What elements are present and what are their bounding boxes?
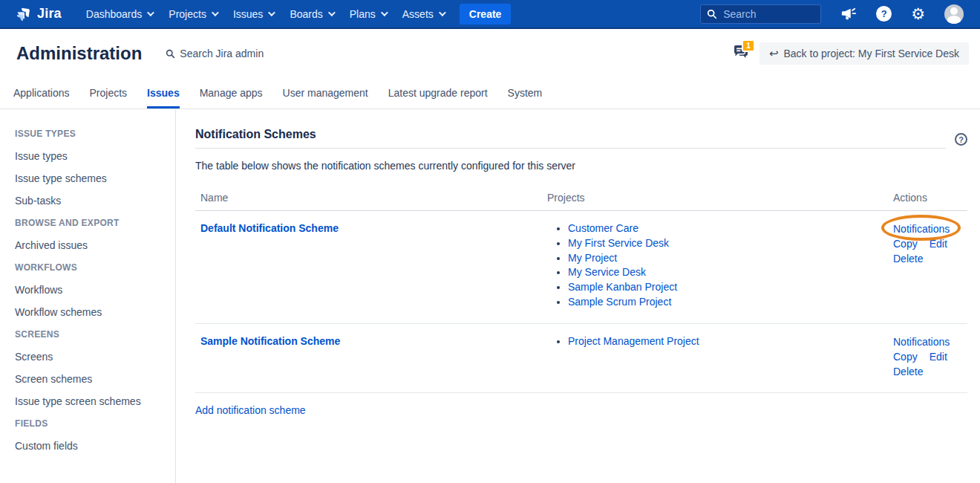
- list-item: Customer Care: [568, 221, 893, 236]
- admin-search-input[interactable]: [180, 48, 321, 59]
- chevron-down-icon: [439, 9, 446, 16]
- sidebar-section-header: ISSUE TYPES: [15, 129, 168, 139]
- project-link[interactable]: Customer Care: [568, 222, 638, 234]
- scheme-name-link[interactable]: Default Notification Scheme: [200, 222, 339, 234]
- menu-assets[interactable]: Assets: [394, 4, 452, 25]
- panel-title-block: Notification Schemes: [195, 128, 946, 149]
- search-icon: [166, 49, 175, 59]
- tab-user-management[interactable]: User management: [283, 87, 368, 108]
- sidebar-section-workflows: WORKFLOWS Workflows Workflow schemes: [15, 262, 168, 318]
- notifications-action-link[interactable]: Notifications: [893, 223, 950, 235]
- delete-action-link[interactable]: Delete: [893, 253, 923, 265]
- list-item: Sample Kanban Project: [568, 280, 893, 295]
- feedback-button[interactable]: 1: [731, 42, 754, 65]
- tab-latest-upgrade-report[interactable]: Latest upgrade report: [388, 87, 488, 108]
- copy-action-link[interactable]: Copy: [893, 238, 918, 250]
- highlighted-action: Notifications: [893, 221, 950, 236]
- chevron-down-icon: [212, 9, 219, 16]
- project-link[interactable]: Project Management Project: [568, 335, 699, 347]
- projects-list: Project Management Project: [547, 334, 893, 379]
- sidebar-section-header: FIELDS: [15, 418, 168, 429]
- admin-header-right: 1 ↩ Back to project: My First Service De…: [731, 42, 969, 65]
- tab-system[interactable]: System: [508, 87, 543, 108]
- column-header-projects: Projects: [547, 192, 893, 204]
- main-menu: Dashboards Projects Issues Boards Plans …: [78, 4, 452, 25]
- admin-header: Administration 1 ↩ Back to project: My F…: [0, 29, 980, 78]
- announcements-button[interactable]: [840, 6, 857, 22]
- sidebar-item-workflow-schemes[interactable]: Workflow schemes: [15, 307, 168, 318]
- sidebar-item-sub-tasks[interactable]: Sub-tasks: [15, 195, 168, 207]
- tab-applications[interactable]: Applications: [13, 87, 70, 108]
- list-item: My First Service Desk: [568, 236, 893, 251]
- chevron-down-icon: [147, 9, 154, 16]
- chevron-down-icon: [328, 9, 336, 16]
- notification-schemes-panel: Notification Schemes ? The table below s…: [176, 109, 980, 483]
- sidebar-item-screen-schemes[interactable]: Screen schemes: [15, 374, 168, 385]
- project-link[interactable]: My Project: [568, 252, 617, 264]
- delete-action-link[interactable]: Delete: [893, 366, 923, 377]
- create-button[interactable]: Create: [460, 4, 512, 25]
- sidebar-item-issue-type-screen-schemes[interactable]: Issue type screen schemes: [15, 396, 168, 407]
- sidebar-section-header: BROWSE AND EXPORT: [15, 218, 168, 228]
- user-avatar[interactable]: [944, 4, 964, 24]
- project-link[interactable]: Sample Scrum Project: [568, 296, 671, 308]
- logo-text: Jira: [37, 6, 62, 22]
- nav-icon-bar: ? ⚙: [840, 4, 964, 24]
- issues-sidebar: ISSUE TYPES Issue types Issue type schem…: [0, 109, 176, 483]
- sidebar-item-issue-type-schemes[interactable]: Issue type schemes: [15, 173, 168, 184]
- tab-manage-apps[interactable]: Manage apps: [200, 87, 263, 108]
- content-area: ISSUE TYPES Issue types Issue type schem…: [0, 109, 980, 483]
- project-link[interactable]: My Service Desk: [568, 266, 646, 278]
- megaphone-icon: [840, 6, 857, 22]
- jira-logo-icon: [16, 6, 33, 22]
- help-button[interactable]: ?: [876, 6, 892, 22]
- sidebar-section-screens: SCREENS Screens Screen schemes Issue typ…: [15, 329, 168, 407]
- sidebar-item-screens[interactable]: Screens: [15, 351, 168, 363]
- jira-logo[interactable]: Jira: [16, 6, 62, 22]
- tab-issues[interactable]: Issues: [147, 87, 180, 108]
- top-navigation-bar: Jira Dashboards Projects Issues Boards P…: [0, 0, 980, 29]
- admin-tab-bar: Applications Projects Issues Manage apps…: [0, 78, 980, 109]
- page-title: Administration: [16, 43, 142, 64]
- notifications-action-link[interactable]: Notifications: [893, 336, 950, 348]
- menu-projects[interactable]: Projects: [160, 4, 225, 25]
- global-search-input[interactable]: [723, 8, 805, 20]
- projects-list: Customer Care My First Service Desk My P…: [547, 221, 893, 310]
- edit-action-link[interactable]: Edit: [930, 351, 947, 363]
- sidebar-item-archived-issues[interactable]: Archived issues: [15, 240, 168, 251]
- add-notification-scheme-link[interactable]: Add notification scheme: [195, 404, 306, 416]
- sidebar-section-header: SCREENS: [15, 329, 168, 340]
- table-row: Default Notification Scheme Customer Car…: [195, 211, 967, 324]
- back-button-label: Back to project: My First Service Desk: [783, 48, 959, 59]
- notification-schemes-table: Name Projects Actions Default Notificati…: [195, 192, 967, 393]
- tab-projects[interactable]: Projects: [90, 87, 128, 108]
- sidebar-item-issue-types[interactable]: Issue types: [15, 151, 168, 162]
- search-icon: [707, 9, 717, 19]
- gear-icon: ⚙: [911, 6, 925, 22]
- project-link[interactable]: Sample Kanban Project: [568, 281, 677, 293]
- menu-plans[interactable]: Plans: [342, 4, 394, 25]
- chevron-down-icon: [381, 9, 388, 16]
- global-search[interactable]: [700, 4, 821, 24]
- sidebar-item-custom-fields[interactable]: Custom fields: [15, 441, 168, 452]
- back-to-project-button[interactable]: ↩ Back to project: My First Service Desk: [760, 42, 969, 65]
- scheme-name-link[interactable]: Sample Notification Scheme: [200, 335, 340, 347]
- panel-help-button[interactable]: ?: [955, 133, 967, 146]
- sidebar-item-workflows[interactable]: Workflows: [15, 285, 168, 296]
- menu-dashboards[interactable]: Dashboards: [78, 4, 161, 25]
- project-link[interactable]: My First Service Desk: [568, 237, 669, 249]
- list-item: Sample Scrum Project: [568, 295, 893, 310]
- admin-search[interactable]: [166, 48, 321, 59]
- edit-action-link[interactable]: Edit: [930, 238, 947, 250]
- back-arrow-icon: ↩: [769, 47, 779, 60]
- actions-cell: Notifications CopyEdit Delete: [893, 334, 967, 379]
- panel-description: The table below shows the notification s…: [195, 160, 967, 172]
- menu-issues[interactable]: Issues: [225, 4, 281, 25]
- sidebar-section-browse-export: BROWSE AND EXPORT Archived issues: [15, 218, 168, 251]
- menu-boards[interactable]: Boards: [281, 4, 341, 25]
- table-header-row: Name Projects Actions: [195, 192, 967, 211]
- copy-action-link[interactable]: Copy: [893, 351, 918, 363]
- column-header-name: Name: [200, 192, 547, 204]
- list-item: My Project: [568, 251, 893, 266]
- settings-button[interactable]: ⚙: [911, 6, 925, 22]
